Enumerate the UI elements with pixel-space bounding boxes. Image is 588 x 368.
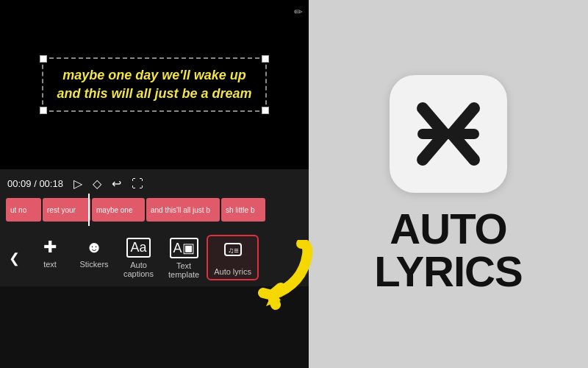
lyrics-box: maybe one day we'll wake up and this wil… xyxy=(42,57,266,112)
auto-lyrics-icon: ♫≡ xyxy=(223,239,243,264)
playhead xyxy=(88,194,90,226)
handle-br[interactable] xyxy=(262,107,269,114)
text-icon: ✚ xyxy=(43,238,57,257)
handle-tr[interactable] xyxy=(262,55,269,63)
right-panel: AUTO LYRICS xyxy=(309,0,588,368)
undo-icon[interactable]: ↩ xyxy=(112,177,121,191)
lyrics-text: maybe one day we'll wake up and this wil… xyxy=(57,66,251,103)
handle-tl[interactable] xyxy=(40,55,47,63)
toolbar-text-template[interactable]: A▣ Texttemplate xyxy=(161,235,207,282)
track-segment-2[interactable]: maybe one xyxy=(92,198,145,222)
auto-lyrics-title: AUTO LYRICS xyxy=(374,208,522,293)
timeline-track-container: ut no rest your maybe one and this'll al… xyxy=(0,194,309,226)
left-panel: maybe one day we'll wake up and this wil… xyxy=(0,0,309,368)
auto-captions-label: Autocaptions xyxy=(123,261,154,278)
play-button[interactable]: ▷ xyxy=(74,177,82,191)
auto-lyrics-label: Auto lyrics xyxy=(214,267,251,276)
svg-text:♫≡: ♫≡ xyxy=(228,246,239,255)
text-template-icon: A▣ xyxy=(170,238,198,258)
svg-marker-2 xyxy=(266,290,281,306)
time-display: 00:09 / 00:18 xyxy=(7,178,63,189)
track-segment-1[interactable]: rest your xyxy=(43,198,90,222)
fullscreen-icon[interactable]: ⛶ xyxy=(132,177,143,191)
timeline-area: 00:09 / 00:18 ▷ ◇ ↩ ⛶ ut no rest your ma… xyxy=(0,169,309,229)
auto-captions-icon: Aa xyxy=(126,238,150,258)
back-button[interactable]: ❮ xyxy=(3,247,25,269)
video-preview: maybe one day we'll wake up and this wil… xyxy=(0,0,309,169)
track-segment-4[interactable]: sh little b xyxy=(221,198,265,222)
timeline-track: ut no rest your maybe one and this'll al… xyxy=(0,194,309,226)
timeline-controls: 00:09 / 00:18 ▷ ◇ ↩ ⛶ xyxy=(0,174,309,194)
toolbar-text[interactable]: ✚ text xyxy=(28,235,72,272)
toolbar-auto-captions[interactable]: Aa Autocaptions xyxy=(116,235,161,281)
diamond-icon[interactable]: ◇ xyxy=(93,177,101,191)
edit-icon[interactable]: ✏ xyxy=(294,6,303,18)
toolbar: ❮ ✚ text ☻ Stickers Aa Autocaptions A▣ T… xyxy=(0,229,309,286)
app-icon-container xyxy=(390,75,507,193)
track-segment-0[interactable]: ut no xyxy=(6,198,41,222)
track-segment-3[interactable]: and this'll all just b xyxy=(146,198,220,222)
app-icon-svg xyxy=(408,93,489,174)
text-template-label: Texttemplate xyxy=(168,261,199,279)
toolbar-stickers[interactable]: ☻ Stickers xyxy=(72,235,116,272)
toolbar-auto-lyrics[interactable]: ♫≡ Auto lyrics xyxy=(207,235,259,280)
text-label: text xyxy=(43,260,57,269)
stickers-label: Stickers xyxy=(79,260,108,269)
stickers-icon: ☻ xyxy=(85,238,102,257)
handle-bl[interactable] xyxy=(40,107,47,114)
